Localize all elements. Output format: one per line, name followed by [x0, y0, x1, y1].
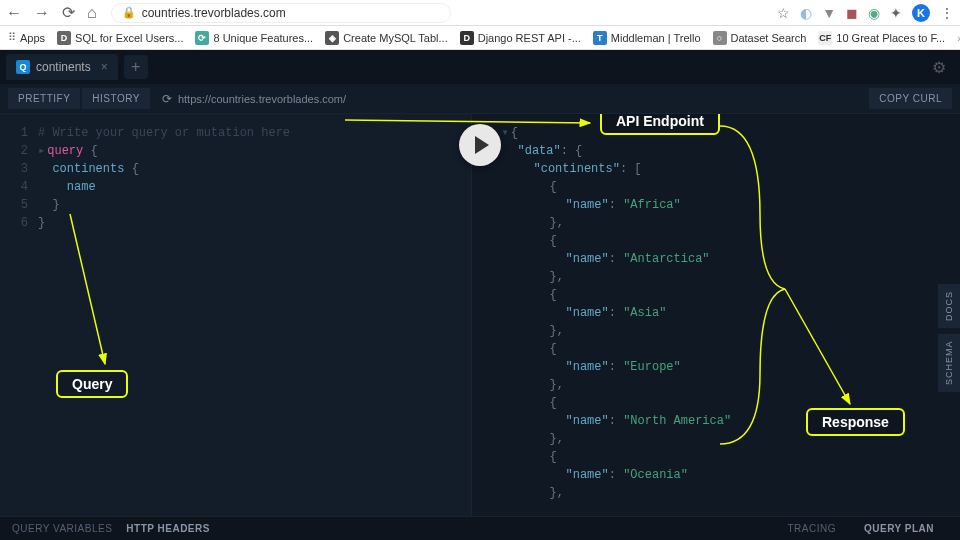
footer-bar: QUERY VARIABLES HTTP HEADERS TRACING QUE… — [0, 516, 960, 540]
copy-curl-button[interactable]: COPY CURL — [869, 88, 952, 109]
bookmark-item[interactable]: ○Dataset Search — [713, 31, 807, 45]
ext-icon-3[interactable]: ◼ — [846, 5, 858, 21]
bookmark-icon: ⟳ — [195, 31, 209, 45]
docs-tab[interactable]: DOCS — [938, 284, 960, 328]
toolbar: PRETTIFY HISTORY ⟳ https://countries.tre… — [0, 84, 960, 114]
forward-icon[interactable]: → — [34, 4, 50, 22]
ext-icon-4[interactable]: ◉ — [868, 5, 880, 21]
run-query-button[interactable] — [459, 124, 501, 166]
address-bar[interactable]: 🔒 countries.trevorblades.com — [111, 3, 451, 23]
home-icon[interactable]: ⌂ — [87, 4, 97, 22]
ext-icon-1[interactable]: ◐ — [800, 5, 812, 21]
reload-icon[interactable]: ⟳ — [62, 3, 75, 22]
bookmark-icon: ◈ — [325, 31, 339, 45]
query-editor[interactable]: 1# Write your query or mutation here 2▸q… — [0, 114, 471, 516]
endpoint-input[interactable]: ⟳ https://countries.trevorblades.com/ — [152, 92, 867, 106]
bookmark-icon: CF — [818, 31, 832, 45]
response-viewer[interactable]: ▾{ "data": { "continents": [ { "name": "… — [471, 114, 961, 516]
bookmark-icon: T — [593, 31, 607, 45]
lock-icon: 🔒 — [122, 6, 136, 19]
endpoint-url: https://countries.trevorblades.com/ — [178, 93, 346, 105]
apps-button[interactable]: ⠿ Apps — [8, 31, 45, 44]
bookmark-bar: ⠿ Apps DSQL for Excel Users... ⟳8 Unique… — [0, 26, 960, 50]
add-tab-button[interactable]: + — [124, 55, 148, 79]
bookmark-icon: ○ — [713, 31, 727, 45]
http-headers-tab[interactable]: HTTP HEADERS — [126, 523, 210, 534]
ext-icon-2[interactable]: ▼ — [822, 5, 836, 21]
play-icon — [475, 136, 489, 154]
address-text: countries.trevorblades.com — [142, 6, 286, 20]
tab-continents[interactable]: Q continents × — [6, 54, 118, 80]
reload-icon[interactable]: ⟳ — [162, 92, 172, 106]
bookmark-item[interactable]: CF10 Great Places to F... — [818, 31, 945, 45]
bookmark-item[interactable]: DSQL for Excel Users... — [57, 31, 183, 45]
back-icon[interactable]: ← — [6, 4, 22, 22]
gear-icon[interactable]: ⚙ — [932, 58, 946, 77]
query-variables-tab[interactable]: QUERY VARIABLES — [12, 523, 112, 534]
bookmark-item[interactable]: TMiddleman | Trello — [593, 31, 701, 45]
bookmark-icon: D — [57, 31, 71, 45]
extensions-icon[interactable]: ✦ — [890, 5, 902, 21]
menu-icon[interactable]: ⋮ — [940, 5, 954, 21]
schema-tab[interactable]: SCHEMA — [938, 334, 960, 392]
tab-bar: Q continents × + ⚙ — [0, 50, 960, 84]
star-icon[interactable]: ☆ — [777, 5, 790, 21]
bookmark-item[interactable]: DDjango REST API -... — [460, 31, 581, 45]
bookmark-item[interactable]: ⟳8 Unique Features... — [195, 31, 313, 45]
bookmark-item[interactable]: ◈Create MySQL Tabl... — [325, 31, 448, 45]
apps-icon: ⠿ — [8, 31, 16, 44]
tracing-tab[interactable]: TRACING — [787, 523, 836, 534]
close-icon[interactable]: × — [101, 60, 108, 74]
bookmark-icon: D — [460, 31, 474, 45]
editor-area: 1# Write your query or mutation here 2▸q… — [0, 114, 960, 516]
prettify-button[interactable]: PRETTIFY — [8, 88, 80, 109]
profile-avatar[interactable]: K — [912, 4, 930, 22]
query-type-icon: Q — [16, 60, 30, 74]
browser-nav-bar: ← → ⟳ ⌂ 🔒 countries.trevorblades.com ☆ ◐… — [0, 0, 960, 26]
history-button[interactable]: HISTORY — [82, 88, 150, 109]
query-plan-tab[interactable]: QUERY PLAN — [864, 523, 934, 534]
graphql-playground: Q continents × + ⚙ PRETTIFY HISTORY ⟳ ht… — [0, 50, 960, 540]
tab-label: continents — [36, 60, 91, 74]
